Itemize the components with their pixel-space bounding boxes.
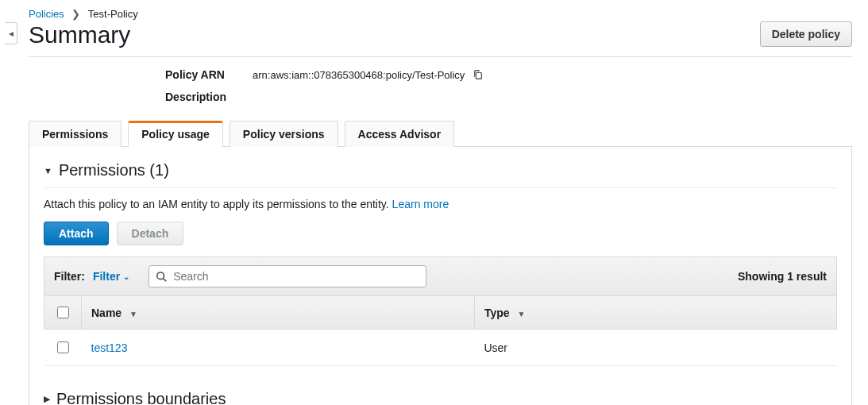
select-all-header[interactable]	[44, 296, 82, 330]
detach-button: Detach	[117, 222, 184, 245]
tab-panel: ▼ Permissions (1) Attach this policy to …	[29, 146, 852, 405]
caret-down-icon: ▼	[44, 166, 52, 176]
filter-dropdown[interactable]: Filter ⌄	[93, 270, 129, 283]
filter-label: Filter:	[54, 270, 85, 283]
permissions-help-text: Attach this policy to an IAM entity to a…	[44, 198, 837, 210]
learn-more-link[interactable]: Learn more	[392, 198, 449, 210]
page-title: Summary	[29, 21, 130, 48]
entity-type: User	[474, 330, 836, 366]
policy-arn-label: Policy ARN	[165, 68, 245, 81]
boundaries-accordion[interactable]: ▶ Permissions boundaries	[44, 387, 837, 405]
chevron-right-icon: ❯	[71, 8, 80, 20]
permissions-section-title: Permissions (1)	[59, 161, 169, 179]
entity-name-link[interactable]: test123	[91, 341, 128, 354]
entities-table: Name ▼ Type ▼ test123 User	[44, 296, 837, 366]
description-row: Description	[165, 91, 852, 103]
column-name[interactable]: Name ▼	[82, 296, 475, 330]
filter-bar: Filter: Filter ⌄ Showing 1 result	[44, 256, 837, 296]
delete-policy-button[interactable]: Delete policy	[760, 21, 852, 47]
row-checkbox[interactable]	[57, 341, 69, 353]
table-row: test123 User	[44, 330, 837, 366]
policy-arn-value: arn:aws:iam::078365300468:policy/Test-Po…	[253, 69, 465, 81]
collapse-side-handle[interactable]: ◂	[5, 22, 17, 44]
result-count: Showing 1 result	[738, 270, 827, 283]
attach-button[interactable]: Attach	[44, 222, 109, 245]
breadcrumb-root[interactable]: Policies	[29, 8, 64, 20]
sort-icon: ▼	[517, 310, 525, 318]
column-type[interactable]: Type ▼	[474, 296, 836, 330]
tab-access-advisor[interactable]: Access Advisor	[345, 121, 455, 147]
caret-right-icon: ▶	[44, 394, 50, 404]
policy-arn-row: Policy ARN arn:aws:iam::078365300468:pol…	[165, 68, 852, 81]
breadcrumb-current: Test-Policy	[88, 8, 138, 20]
search-icon	[156, 271, 167, 282]
tab-policy-usage[interactable]: Policy usage	[128, 121, 223, 147]
breadcrumb: Policies ❯ Test-Policy	[29, 8, 852, 20]
description-label: Description	[165, 91, 245, 103]
divider	[29, 56, 852, 57]
search-input-wrap[interactable]	[149, 265, 426, 287]
tab-policy-versions[interactable]: Policy versions	[230, 121, 338, 147]
boundaries-section-title: Permissions boundaries	[56, 390, 226, 405]
svg-point-1	[157, 272, 164, 280]
copy-icon[interactable]	[473, 69, 484, 80]
svg-line-2	[164, 279, 167, 282]
svg-rect-0	[476, 72, 482, 79]
tab-permissions[interactable]: Permissions	[29, 121, 122, 147]
permissions-accordion[interactable]: ▼ Permissions (1)	[44, 158, 837, 188]
tabs: Permissions Policy usage Policy versions…	[29, 121, 852, 147]
sort-icon: ▼	[129, 310, 137, 318]
select-all-checkbox[interactable]	[57, 307, 69, 318]
search-input[interactable]	[172, 269, 419, 284]
chevron-down-icon: ⌄	[123, 272, 129, 281]
